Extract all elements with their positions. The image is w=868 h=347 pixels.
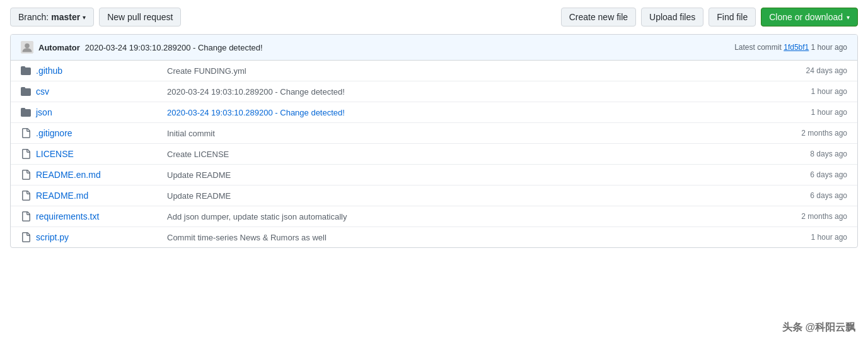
file-commit-cell: Add json dumper, update static json auto… — [167, 212, 767, 221]
file-time-cell: 6 days ago — [772, 170, 847, 179]
file-name-link[interactable]: script.py — [36, 232, 69, 242]
commit-author: Automator — [38, 43, 80, 52]
chevron-down-icon: ▾ — [847, 14, 850, 21]
table-row: requirements.txtAdd json dumper, update … — [11, 206, 857, 227]
file-icon — [21, 149, 31, 159]
file-name-cell: README.md — [36, 191, 162, 201]
file-list: .githubCreate FUNDING.yml24 days ago csv… — [11, 61, 857, 247]
file-name-cell: script.py — [36, 232, 162, 242]
file-commit-cell: Update README — [167, 170, 767, 180]
new-pull-request-button[interactable]: New pull request — [99, 8, 181, 26]
file-commit-cell: Create LICENSE — [167, 150, 767, 159]
folder-icon — [21, 107, 31, 117]
file-time-cell: 2 months ago — [772, 212, 847, 221]
file-name-cell: LICENSE — [36, 149, 162, 159]
repo-table: Automator 2020-03-24 19:03:10.289200 - C… — [10, 34, 858, 248]
file-name-link[interactable]: .github — [36, 66, 62, 76]
upload-files-button[interactable]: Upload files — [641, 8, 703, 26]
file-time-cell: 1 hour ago — [772, 233, 847, 242]
branch-name: master — [51, 12, 80, 22]
commit-time: 1 hour ago — [811, 43, 847, 52]
file-commit-cell: Create FUNDING.yml — [167, 66, 767, 76]
commit-message-link[interactable]: 2020-03-24 19:03:10.289200 - Change dete… — [167, 108, 345, 117]
file-name-cell: .gitignore — [36, 128, 162, 138]
table-row: .gitignoreInitial commit2 months ago — [11, 123, 857, 144]
file-icon — [21, 232, 31, 242]
file-name-cell: .github — [36, 66, 162, 76]
folder-icon — [21, 66, 31, 76]
file-time-cell: 6 days ago — [772, 191, 847, 200]
file-time-cell: 8 days ago — [772, 150, 847, 158]
file-name-link[interactable]: json — [36, 107, 52, 117]
file-icon — [21, 211, 31, 221]
toolbar-right: Create new file Upload files Find file C… — [561, 8, 858, 26]
toolbar: Branch: master ▾ New pull request Create… — [0, 0, 868, 34]
chevron-down-icon: ▾ — [83, 14, 86, 21]
file-time-cell: 24 days ago — [772, 66, 847, 75]
file-name-cell: README.en.md — [36, 170, 162, 180]
latest-commit-prefix: Latest commit — [734, 43, 782, 52]
file-time-cell: 1 hour ago — [772, 108, 847, 117]
file-name-link[interactable]: README.en.md — [36, 170, 101, 180]
file-name-link[interactable]: .gitignore — [36, 128, 72, 138]
file-commit-cell: Commit time-series News & Rumors as well — [167, 233, 767, 242]
file-commit-cell: Update README — [167, 191, 767, 201]
table-row: README.mdUpdate README6 days ago — [11, 185, 857, 206]
table-row: script.pyCommit time-series News & Rumor… — [11, 227, 857, 247]
create-new-file-button[interactable]: Create new file — [561, 8, 636, 26]
table-row: README.en.mdUpdate README6 days ago — [11, 165, 857, 185]
branch-selector[interactable]: Branch: master ▾ — [10, 8, 94, 26]
commit-message: 2020-03-24 19:03:10.289200 - Change dete… — [85, 43, 263, 52]
commit-header-left: Automator 2020-03-24 19:03:10.289200 - C… — [21, 41, 729, 54]
file-icon — [21, 191, 31, 201]
file-name-link[interactable]: LICENSE — [36, 149, 74, 159]
avatar — [21, 41, 33, 54]
file-commit-cell: 2020-03-24 19:03:10.289200 - Change dete… — [167, 108, 767, 117]
table-row: json2020-03-24 19:03:10.289200 - Change … — [11, 102, 857, 123]
file-icon — [21, 128, 31, 138]
clone-or-download-button[interactable]: Clone or download ▾ — [761, 8, 858, 26]
file-commit-cell: 2020-03-24 19:03:10.289200 - Change dete… — [167, 87, 767, 97]
find-file-button[interactable]: Find file — [709, 8, 756, 26]
file-name-link[interactable]: requirements.txt — [36, 211, 99, 221]
commit-header: Automator 2020-03-24 19:03:10.289200 - C… — [11, 35, 857, 61]
file-name-cell: csv — [36, 86, 162, 97]
branch-label-text: Branch: — [18, 12, 49, 22]
folder-icon — [21, 86, 31, 97]
table-row: csv2020-03-24 19:03:10.289200 - Change d… — [11, 81, 857, 102]
file-commit-cell: Initial commit — [167, 129, 767, 138]
file-icon — [21, 170, 31, 180]
file-time-cell: 2 months ago — [772, 129, 847, 138]
file-name-cell: requirements.txt — [36, 211, 162, 221]
svg-point-1 — [25, 44, 30, 49]
table-row: .githubCreate FUNDING.yml24 days ago — [11, 61, 857, 81]
file-name-cell: json — [36, 107, 162, 117]
file-name-link[interactable]: csv — [36, 86, 49, 97]
clone-button-label: Clone or download — [769, 12, 843, 22]
commit-header-right: Latest commit 1fd5bf1 1 hour ago — [734, 43, 847, 52]
table-row: LICENSECreate LICENSE8 days ago — [11, 144, 857, 165]
file-name-link[interactable]: README.md — [36, 191, 88, 201]
file-time-cell: 1 hour ago — [772, 87, 847, 96]
toolbar-left: Branch: master ▾ New pull request — [10, 8, 181, 26]
commit-hash-link[interactable]: 1fd5bf1 — [784, 43, 809, 52]
